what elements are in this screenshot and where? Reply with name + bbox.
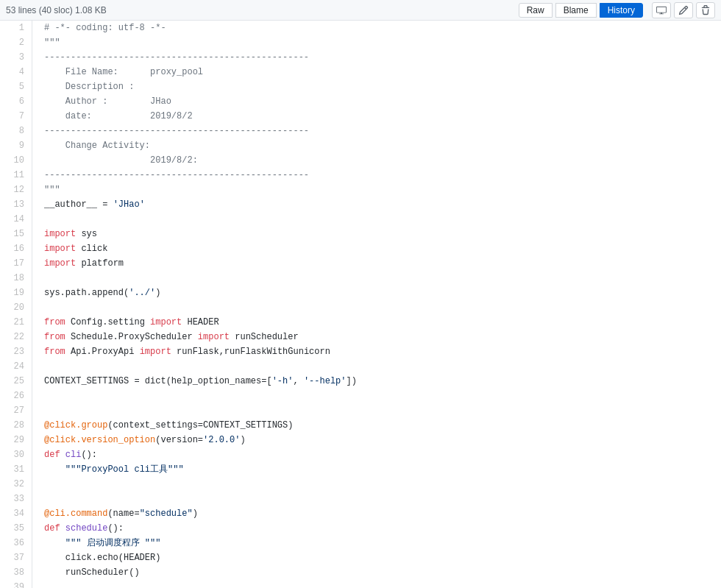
- code-token: import: [150, 317, 182, 327]
- blame-button[interactable]: Blame: [555, 3, 597, 18]
- code-token: click: [76, 244, 107, 254]
- code-line: Change Activity:: [44, 138, 721, 153]
- code-token: 'JHao': [113, 199, 145, 210]
- code-token: platform: [76, 258, 124, 269]
- line-number: 22: [0, 330, 32, 344]
- code-token: """: [44, 38, 60, 48]
- code-line: File Name: proxy_pool: [44, 65, 721, 79]
- code-token: '-h': [272, 376, 294, 386]
- code-token: """: [44, 185, 60, 195]
- code-token: Author : JHao: [44, 96, 171, 107]
- line-number: 8: [0, 124, 32, 138]
- code-line: from Api.ProxyApi import runFlask,runFla…: [44, 344, 721, 359]
- code-line: date: 2019/8/2: [44, 109, 721, 124]
- line-number: 12: [0, 183, 32, 197]
- code-line: import click: [44, 241, 721, 256]
- line-number: 36: [0, 536, 32, 550]
- code-line: """: [44, 35, 721, 50]
- code-content: # -*- coding: utf-8 -*-"""--------------…: [32, 21, 721, 588]
- line-number: 16: [0, 241, 32, 256]
- code-line: ----------------------------------------…: [44, 168, 721, 183]
- code-token: Description :: [44, 82, 134, 92]
- code-line: [44, 477, 721, 492]
- line-number: 13: [0, 197, 32, 212]
- code-token: from: [44, 317, 65, 327]
- code-token: Schedule.ProxyScheduler: [65, 332, 198, 342]
- line-number: 26: [0, 389, 32, 403]
- code-token: Config.setting: [65, 317, 150, 327]
- monitor-icon[interactable]: [652, 2, 671, 18]
- code-line: __author__ = 'JHao': [44, 197, 721, 212]
- code-line: Author : JHao: [44, 94, 721, 109]
- code-token: runScheduler: [230, 332, 299, 342]
- line-numbers: 1234567891011121314151617181920212223242…: [0, 21, 32, 588]
- line-number: 33: [0, 492, 32, 506]
- line-number: 27: [0, 403, 32, 418]
- code-token: ----------------------------------------…: [44, 52, 309, 63]
- line-number: 38: [0, 565, 32, 580]
- line-number: 2: [0, 35, 32, 50]
- code-token: HEADER: [182, 317, 219, 327]
- code-line: from Schedule.ProxyScheduler import runS…: [44, 330, 721, 344]
- code-token: @click.version_option: [44, 435, 155, 445]
- code-token: __author__ =: [44, 199, 113, 210]
- code-token: @cli.command: [44, 509, 107, 519]
- history-button[interactable]: History: [600, 3, 643, 18]
- line-number: 19: [0, 286, 32, 300]
- code-line: ----------------------------------------…: [44, 124, 721, 138]
- line-number: 1: [0, 21, 32, 35]
- code-token: [44, 464, 65, 475]
- code-line: import platform: [44, 256, 721, 271]
- code-token: (name=: [107, 509, 139, 519]
- line-number: 9: [0, 138, 32, 153]
- code-token: ,: [293, 376, 303, 386]
- code-token: CONTEXT_SETTINGS = dict(help_option_name…: [44, 376, 272, 386]
- code-line: click.echo(HEADER): [44, 550, 721, 565]
- line-number: 28: [0, 418, 32, 433]
- line-number: 37: [0, 550, 32, 565]
- code-token: def: [44, 523, 60, 534]
- raw-button[interactable]: Raw: [519, 3, 553, 18]
- line-number: 39: [0, 580, 32, 588]
- code-line: def cli():: [44, 447, 721, 462]
- code-token: ----------------------------------------…: [44, 126, 309, 136]
- code-line: Description :: [44, 79, 721, 94]
- code-token: '2.0.0': [203, 435, 240, 445]
- edit-icon[interactable]: [674, 2, 693, 18]
- line-number: 5: [0, 79, 32, 94]
- code-token: def: [44, 450, 60, 460]
- code-container: 1234567891011121314151617181920212223242…: [0, 21, 721, 588]
- code-token: click.echo(HEADER): [44, 553, 160, 563]
- code-token: ():: [107, 523, 124, 534]
- toolbar: 53 lines (40 sloc) 1.08 KB Raw Blame His…: [0, 0, 721, 21]
- code-token: @click.group: [44, 420, 107, 431]
- line-number: 20: [0, 300, 32, 315]
- code-token: import: [198, 332, 230, 342]
- line-number: 30: [0, 447, 32, 462]
- code-token: # -*- coding: utf-8 -*-: [44, 23, 166, 33]
- code-line: 2019/8/2:: [44, 153, 721, 168]
- code-token: schedule: [65, 523, 108, 534]
- code-line: [44, 492, 721, 506]
- code-line: [44, 580, 721, 588]
- line-number: 17: [0, 256, 32, 271]
- line-number: 3: [0, 50, 32, 65]
- code-token: [44, 538, 65, 548]
- code-token: from: [44, 332, 65, 342]
- code-token: from: [44, 347, 65, 357]
- line-number: 7: [0, 109, 32, 124]
- code-token: cli: [65, 450, 82, 460]
- delete-icon[interactable]: [696, 2, 715, 18]
- line-number: 6: [0, 94, 32, 109]
- line-number: 24: [0, 359, 32, 374]
- code-line: runScheduler(): [44, 565, 721, 580]
- code-token: Change Activity:: [44, 141, 150, 151]
- code-token: import: [44, 229, 76, 239]
- code-token: [60, 523, 65, 534]
- file-info: 53 lines (40 sloc) 1.08 KB: [6, 5, 107, 15]
- line-number: 10: [0, 153, 32, 168]
- code-token: ():: [81, 450, 97, 460]
- code-token: import: [140, 347, 171, 357]
- code-line: @click.group(context_settings=CONTEXT_SE…: [44, 418, 721, 433]
- code-line: import sys: [44, 227, 721, 241]
